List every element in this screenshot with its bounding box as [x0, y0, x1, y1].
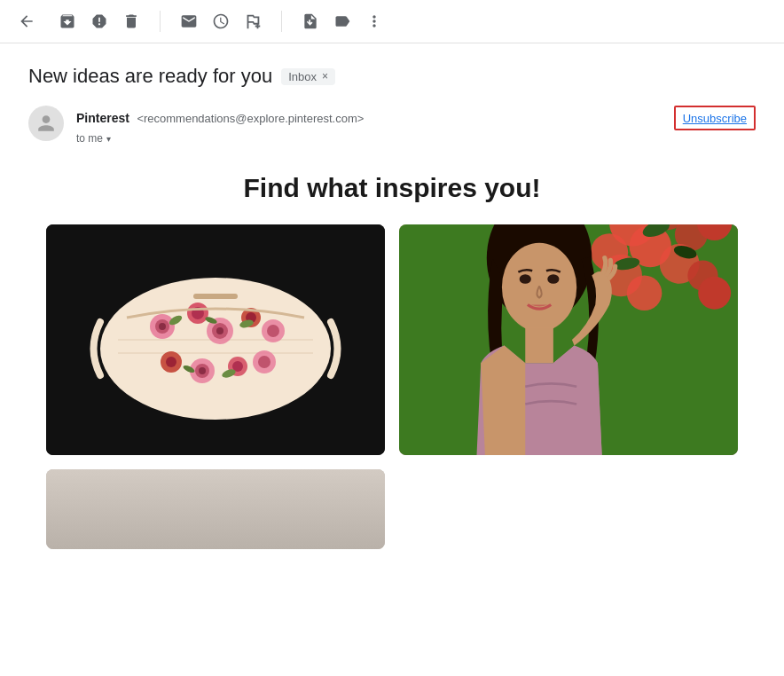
add-task-icon[interactable]	[240, 9, 265, 34]
sender-details: Pinterest <recommendations@explore.pinte…	[76, 110, 364, 126]
svg-rect-52	[46, 469, 385, 549]
more-options-icon[interactable]	[362, 9, 387, 34]
image-grid	[46, 224, 738, 549]
sender-email-address: <recommendations@explore.pinterest.com>	[137, 112, 364, 125]
report-spam-icon[interactable]	[87, 9, 112, 34]
sender-avatar	[28, 106, 64, 141]
email-header: New ideas are ready for you Inbox × Pint…	[0, 43, 784, 155]
sender-info: Pinterest <recommendations@explore.pinte…	[76, 106, 756, 145]
person-icon	[36, 114, 56, 133]
unsubscribe-box: Unsubscribe	[674, 106, 756, 130]
svg-rect-30	[193, 294, 238, 299]
toolbar-divider-1	[160, 11, 161, 32]
svg-rect-50	[525, 328, 553, 364]
email-headline: Find what inspires you!	[28, 173, 756, 203]
toolbar-group-3	[298, 9, 387, 34]
svg-point-41	[698, 277, 731, 310]
svg-point-49	[547, 274, 559, 284]
sender-name: Pinterest	[76, 111, 129, 125]
svg-point-48	[520, 274, 531, 284]
svg-point-15	[267, 325, 279, 337]
archive-icon[interactable]	[55, 9, 80, 34]
unsubscribe-link[interactable]: Unsubscribe	[683, 112, 747, 125]
svg-point-20	[199, 367, 206, 374]
floral-mask-image-card	[46, 224, 385, 455]
sender-row: Pinterest <recommendations@explore.pinte…	[28, 106, 756, 145]
email-subject: New ideas are ready for you	[28, 65, 272, 88]
to-me-row[interactable]: to me ▾	[76, 132, 756, 145]
email-body: Find what inspires you!	[0, 155, 784, 578]
sender-name-row: Pinterest <recommendations@explore.pinte…	[76, 106, 756, 130]
svg-point-42	[627, 276, 662, 311]
label-icon[interactable]	[330, 9, 355, 34]
toolbar-group-1	[55, 9, 144, 34]
to-me-label: to me	[76, 132, 103, 145]
inbox-badge: Inbox ×	[281, 68, 335, 85]
bottom-image-svg	[46, 469, 385, 549]
inbox-badge-close-button[interactable]: ×	[322, 70, 328, 83]
floral-mask-svg	[74, 242, 357, 437]
delete-icon[interactable]	[119, 9, 144, 34]
floral-mask-canvas	[46, 224, 385, 455]
mark-read-icon[interactable]	[176, 9, 201, 34]
chevron-down-icon: ▾	[106, 134, 111, 144]
bottom-image-card	[46, 469, 385, 549]
back-button[interactable]	[14, 9, 39, 34]
svg-point-24	[258, 356, 270, 368]
subject-row: New ideas are ready for you Inbox ×	[28, 65, 756, 88]
woman-saree-svg	[399, 224, 738, 455]
woman-saree-image-card	[399, 224, 738, 455]
inbox-badge-label: Inbox	[288, 70, 317, 83]
email-toolbar	[0, 0, 784, 43]
snooze-icon[interactable]	[208, 9, 233, 34]
svg-point-6	[159, 323, 166, 330]
svg-point-11	[216, 327, 223, 334]
toolbar-divider-2	[281, 11, 282, 32]
move-to-icon[interactable]	[298, 9, 323, 34]
svg-point-17	[166, 357, 176, 367]
toolbar-group-2	[176, 9, 265, 34]
